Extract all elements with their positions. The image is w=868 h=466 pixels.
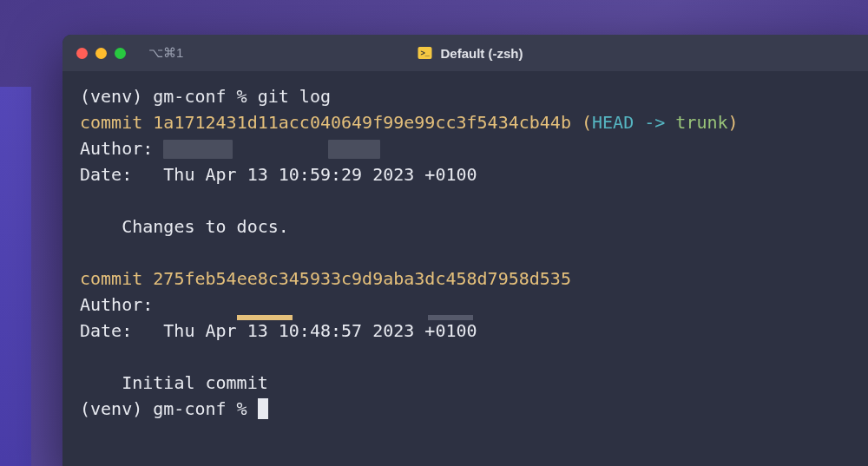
date-value: Thu Apr 13 10:48:57 2023 +0100 [163, 320, 477, 341]
terminal-icon: >_ [418, 47, 432, 59]
tab-shortcut-label: ⌥⌘1 [148, 45, 183, 61]
date-label: Date: [80, 164, 163, 185]
ref-close: ) [728, 112, 739, 133]
traffic-lights [76, 48, 126, 59]
minimize-button[interactable] [95, 48, 107, 59]
redacted-author-email [328, 140, 380, 159]
window-title-text: Default (-zsh) [441, 46, 523, 61]
window-title: >_ Default (-zsh) [418, 46, 523, 61]
shell-prompt: (venv) gm-conf % [80, 86, 258, 107]
shell-prompt: (venv) gm-conf % [80, 398, 258, 419]
window-titlebar[interactable]: ⌥⌘1 >_ Default (-zsh) [62, 35, 868, 71]
message-indent [80, 372, 122, 393]
commit-label: commit [80, 112, 142, 133]
cursor [258, 398, 268, 419]
commit-hash: 1a1712431d11acc040649f99e99cc3f5434cb44b [153, 112, 571, 133]
ref-open: ( [571, 112, 592, 133]
commit-hash: 275feb54ee8c345933c9d9aba3dc458d7958d535 [153, 268, 571, 289]
terminal-output[interactable]: (venv) gm-conf % git logcommit 1a1712431… [62, 71, 868, 434]
branch-name: trunk [675, 112, 727, 133]
head-ref: HEAD -> [592, 112, 675, 133]
commit-label: commit [80, 268, 142, 289]
close-button[interactable] [76, 48, 88, 59]
redacted-author [163, 140, 233, 159]
date-label: Date: [80, 320, 163, 341]
redaction-highlight [237, 315, 293, 320]
message-indent [80, 216, 122, 237]
terminal-window: ⌥⌘1 >_ Default (-zsh) (venv) gm-conf % g… [62, 35, 868, 466]
commit-message: Changes to docs. [122, 216, 289, 237]
author-label: Author: [80, 138, 163, 159]
commit-message: Initial commit [122, 372, 268, 393]
maximize-button[interactable] [115, 48, 126, 59]
author-label: Author: [80, 294, 153, 315]
desktop-background [0, 87, 31, 466]
command-text: git log [258, 86, 331, 107]
redaction-highlight [428, 315, 473, 320]
date-value: Thu Apr 13 10:59:29 2023 +0100 [163, 164, 477, 185]
